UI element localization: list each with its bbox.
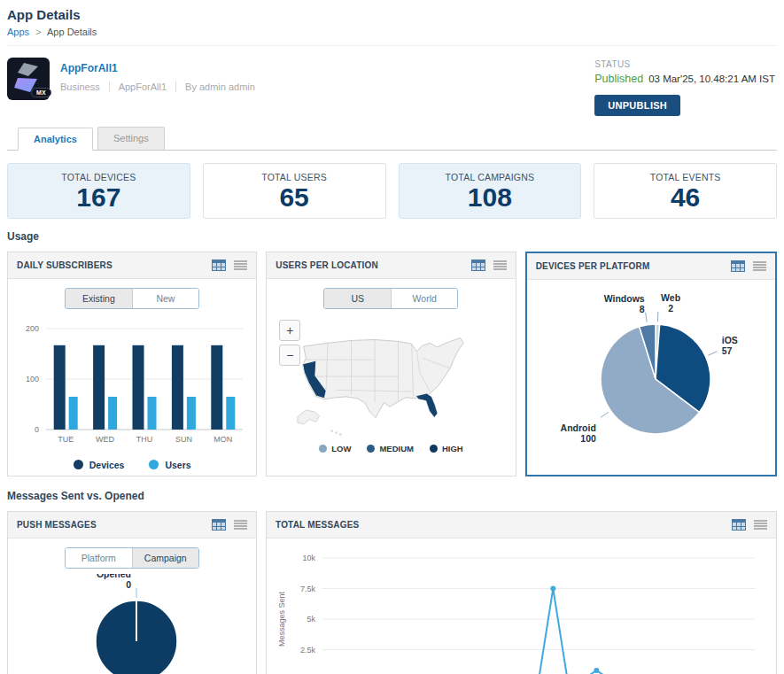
- card-users-per-location: USERS PER LOCATION US World + −: [266, 252, 516, 476]
- map-legend: LOWMEDIUMHIGH: [272, 444, 509, 453]
- card-title: USERS PER LOCATION: [276, 260, 378, 270]
- legend-item-devices[interactable]: Devices: [74, 460, 125, 470]
- devices-per-platform-chart: Web2iOS57Android100Windows8: [532, 287, 770, 461]
- svg-text:WED: WED: [96, 435, 114, 444]
- svg-text:200: 200: [26, 324, 39, 333]
- section-title-usage: Usage: [7, 230, 777, 243]
- us-world-toggle: US World: [323, 288, 458, 309]
- toggle-option-us[interactable]: US: [324, 289, 391, 308]
- app-name-link[interactable]: AppForAll1: [60, 62, 264, 74]
- platform-campaign-toggle: Platform Campaign: [65, 547, 199, 569]
- card-body: Platform Campaign Opened0Sent65412: [8, 538, 256, 674]
- svg-text:Web2: Web2: [661, 292, 680, 314]
- stat-value: 167: [8, 182, 190, 213]
- tab-settings[interactable]: Settings: [97, 127, 165, 150]
- svg-text:iOS57: iOS57: [722, 335, 738, 356]
- legend-dot: [319, 445, 327, 453]
- existing-new-toggle: Existing New: [65, 288, 199, 309]
- menu-icon[interactable]: [493, 260, 507, 271]
- map-zoom-in-button[interactable]: +: [279, 320, 300, 341]
- legend-item-medium[interactable]: MEDIUM: [367, 444, 414, 453]
- svg-text:THU: THU: [136, 435, 153, 444]
- legend-item-users[interactable]: Users: [149, 460, 190, 470]
- stat-label: TOTAL CAMPAIGNS: [400, 172, 581, 182]
- stat-label: TOTAL EVENTS: [594, 172, 776, 182]
- table-view-icon[interactable]: [731, 260, 745, 272]
- menu-icon[interactable]: [753, 260, 766, 272]
- card-title: DEVICES PER PLATFORM: [536, 261, 650, 271]
- card-body: 02.5k5k7.5k10k15 Feb20 Feb25 Feb02 Mar07…: [267, 538, 776, 674]
- legend-dot: [74, 460, 83, 469]
- app-id: AppForAll1: [109, 81, 175, 92]
- status-label: STATUS: [594, 59, 775, 69]
- svg-text:5k: 5k: [307, 615, 315, 624]
- us-map-image: [280, 316, 501, 442]
- menu-icon[interactable]: [754, 519, 767, 531]
- state-florida[interactable]: [416, 393, 439, 417]
- breadcrumb-separator: >: [35, 27, 41, 37]
- us-map[interactable]: [272, 314, 509, 442]
- stat-card-total-campaigns: TOTAL CAMPAIGNS 108: [399, 163, 582, 219]
- svg-text:MON: MON: [213, 435, 232, 444]
- stat-label: TOTAL DEVICES: [8, 172, 190, 182]
- card-body: US World + −: [267, 279, 515, 459]
- status-date: 03 Mar'25, 10.48:21 AM IST: [648, 74, 775, 84]
- unpublish-button[interactable]: UNPUBLISH: [594, 95, 680, 116]
- toggle-option-campaign[interactable]: Campaign: [132, 548, 199, 568]
- platform-pie-svg: Web2iOS57Android100Windows8: [533, 287, 769, 461]
- status-published: Published: [594, 73, 643, 85]
- map-zoom-controls: + −: [279, 320, 300, 366]
- app-details-page: App Details Apps > App Details MX AppFor…: [0, 0, 784, 674]
- legend-label: HIGH: [442, 444, 463, 453]
- legend-label: LOW: [331, 444, 351, 453]
- toggle-option-world[interactable]: World: [391, 289, 458, 308]
- legend-dot: [367, 445, 375, 453]
- table-view-icon[interactable]: [732, 519, 746, 531]
- table-view-icon[interactable]: [212, 519, 226, 531]
- menu-icon[interactable]: [234, 260, 247, 271]
- usage-chart-row: DAILY SUBSCRIBERS Existing New 0100200TU…: [7, 252, 777, 476]
- legend-item-low[interactable]: LOW: [319, 444, 351, 453]
- card-header: TOTAL MESSAGES: [267, 512, 776, 538]
- toggle-option-existing[interactable]: Existing: [66, 289, 132, 308]
- stat-label: TOTAL USERS: [204, 172, 385, 182]
- app-meta: AppForAll1 Business AppForAll1 By admin …: [60, 58, 264, 92]
- bar-chart-svg: 0100200TUEWEDTHUSUNMON: [14, 314, 250, 456]
- table-view-icon[interactable]: [471, 260, 485, 271]
- state-hawaii: [331, 430, 342, 436]
- legend-dot: [149, 460, 159, 469]
- breadcrumb: Apps > App Details: [7, 27, 777, 46]
- card-header: PUSH MESSAGES: [8, 512, 256, 538]
- svg-text:Opened0: Opened0: [97, 574, 131, 590]
- table-view-icon[interactable]: [212, 260, 226, 271]
- app-logo: MX: [7, 58, 50, 100]
- toggle-option-platform[interactable]: Platform: [66, 548, 132, 568]
- legend-label: MEDIUM: [379, 444, 414, 453]
- svg-text:Windows8: Windows8: [604, 292, 645, 314]
- breadcrumb-current: App Details: [47, 27, 97, 37]
- line-chart-svg: 02.5k5k7.5k10k15 Feb20 Feb25 Feb02 Mar07…: [274, 546, 770, 674]
- stat-card-total-users: TOTAL USERS 65: [203, 163, 386, 219]
- menu-icon[interactable]: [234, 519, 247, 531]
- card-body: Web2iOS57Android100Windows8: [527, 280, 775, 466]
- svg-text:7.5k: 7.5k: [299, 584, 315, 593]
- legend-item-high[interactable]: HIGH: [430, 444, 463, 453]
- card-header: DAILY SUBSCRIBERS: [8, 252, 256, 279]
- messages-chart-row: PUSH MESSAGES Platform Campaign Opened0S…: [7, 511, 777, 674]
- tab-analytics[interactable]: Analytics: [18, 128, 93, 151]
- svg-text:2.5k: 2.5k: [299, 645, 315, 654]
- map-zoom-out-button[interactable]: −: [279, 345, 300, 366]
- daily-subscribers-chart: 0100200TUEWEDTHUSUNMON: [13, 314, 251, 456]
- card-push-messages: PUSH MESSAGES Platform Campaign Opened0S…: [7, 511, 257, 674]
- stat-value: 108: [400, 182, 581, 213]
- stat-card-total-events: TOTAL EVENTS 46: [594, 163, 777, 219]
- breadcrumb-apps-link[interactable]: Apps: [7, 27, 29, 37]
- toggle-option-new[interactable]: New: [132, 289, 199, 308]
- stats-row: TOTAL DEVICES 167 TOTAL USERS 65 TOTAL C…: [7, 163, 777, 219]
- app-info-bar: MX AppForAll1 Business AppForAll1 By adm…: [7, 46, 777, 125]
- app-category: Business: [60, 81, 109, 92]
- legend-label: Users: [165, 460, 190, 470]
- card-title: PUSH MESSAGES: [17, 520, 97, 530]
- push-pie-svg: Opened0Sent65412: [14, 574, 250, 674]
- status-line: Published03 Mar'25, 10.48:21 AM IST: [594, 73, 775, 85]
